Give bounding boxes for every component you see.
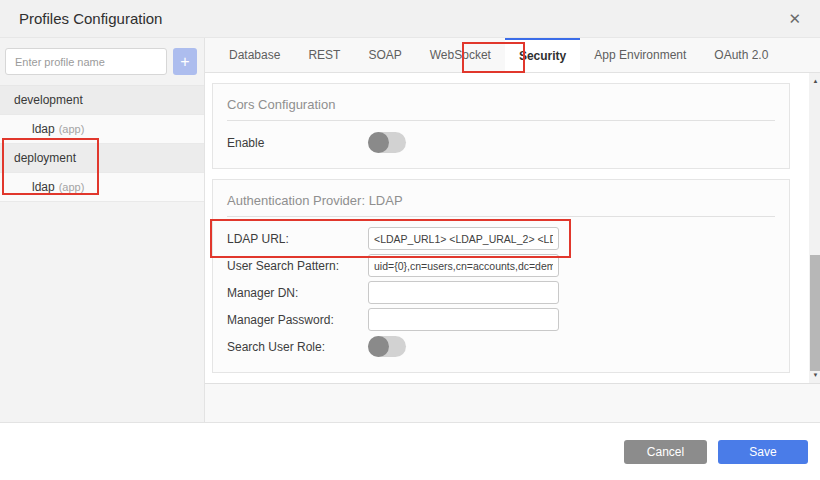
add-profile-button[interactable]: + [173, 48, 197, 75]
manager-dn-row: Manager DN: [227, 279, 775, 306]
manager-password-label: Manager Password: [227, 313, 368, 327]
ldap-url-row: LDAP URL: [227, 225, 775, 252]
sidebar-item-ldap-deployment[interactable]: ldap (app) [0, 173, 204, 202]
scroll-up-icon[interactable]: ▲ [809, 75, 820, 87]
dialog-title: Profiles Configuration [19, 10, 162, 27]
profile-list: development ldap (app) deployment ldap (… [0, 85, 204, 202]
cors-configuration-section: Cors Configuration Enable [212, 83, 790, 169]
manager-dn-label: Manager DN: [227, 286, 368, 300]
scroll-down-icon[interactable]: ▼ [809, 369, 820, 381]
ldap-url-input[interactable] [368, 227, 559, 250]
cors-section-title: Cors Configuration [227, 84, 775, 121]
tab-websocket[interactable]: WebSocket [416, 38, 505, 72]
cors-enable-toggle[interactable] [368, 132, 406, 153]
manager-password-row: Manager Password: [227, 306, 775, 333]
ldap-auth-section: Authentication Provider: LDAP LDAP URL: … [212, 179, 790, 373]
scrollbar-thumb[interactable] [810, 255, 820, 371]
sidebar-item-ldap-development[interactable]: ldap (app) [0, 115, 204, 144]
tab-soap[interactable]: SOAP [354, 38, 415, 72]
tab-app-environment[interactable]: App Environment [580, 38, 700, 72]
cancel-button[interactable]: Cancel [624, 440, 707, 464]
ldap-url-label: LDAP URL: [227, 232, 368, 246]
ldap-section-title: Authentication Provider: LDAP [227, 180, 775, 217]
toggle-knob [368, 336, 389, 357]
manager-password-input[interactable] [368, 308, 559, 331]
user-search-pattern-input[interactable] [368, 254, 559, 277]
tab-database[interactable]: Database [215, 38, 294, 72]
app-suffix: (app) [59, 123, 85, 135]
save-button[interactable]: Save [718, 440, 808, 464]
close-icon[interactable]: ✕ [788, 11, 801, 26]
tab-oauth2[interactable]: OAuth 2.0 [700, 38, 782, 72]
tab-security[interactable]: Security [505, 38, 580, 72]
search-user-role-label: Search User Role: [227, 340, 368, 354]
user-search-pattern-row: User Search Pattern: [227, 252, 775, 279]
profiles-configuration-dialog: Profiles Configuration ✕ + development l… [0, 0, 820, 480]
dialog-footer: Cancel Save [0, 422, 820, 480]
profiles-sidebar: + development ldap (app) deployment ldap… [0, 38, 205, 422]
security-tab-content: Cors Configuration Enable Authentication… [205, 73, 820, 384]
sidebar-item-deployment[interactable]: deployment [0, 144, 204, 173]
content-scrollbar[interactable]: ▲ ▼ [809, 73, 820, 383]
app-suffix: (app) [59, 181, 85, 193]
tab-rest[interactable]: REST [294, 38, 354, 72]
search-user-role-toggle[interactable] [368, 336, 406, 357]
cors-enable-label: Enable [227, 136, 368, 150]
user-search-pattern-label: User Search Pattern: [227, 259, 368, 273]
manager-dn-input[interactable] [368, 281, 559, 304]
toggle-knob [368, 132, 389, 153]
profile-name-input[interactable] [5, 48, 167, 75]
settings-main: Database REST SOAP WebSocket Security Ap… [205, 38, 820, 422]
search-user-role-row: Search User Role: [227, 333, 775, 360]
settings-tabbar: Database REST SOAP WebSocket Security Ap… [205, 38, 820, 73]
dialog-titlebar: Profiles Configuration ✕ [0, 0, 820, 38]
sidebar-item-development[interactable]: development [0, 86, 204, 115]
